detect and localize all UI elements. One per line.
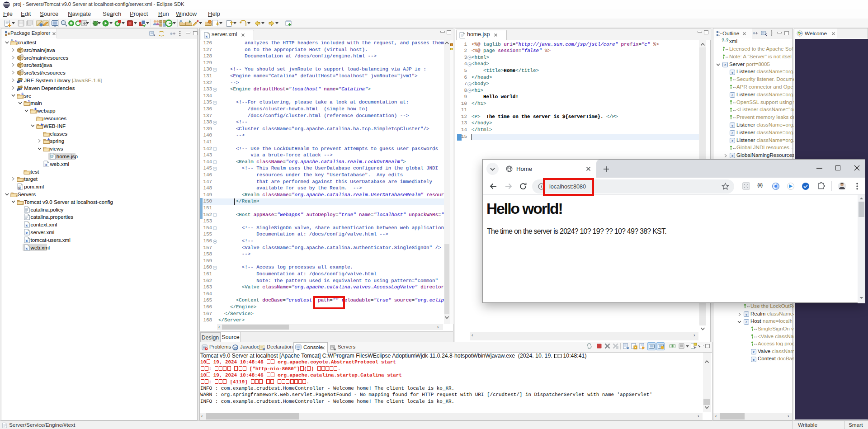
svg-text:e: e [745,312,747,316]
svg-text:@: @ [233,346,237,350]
svg-text:e: e [731,131,733,135]
svg-text:M: M [19,187,21,189]
svg-text:e: e [753,350,755,354]
svg-text:e: e [731,139,733,143]
svg-text:e: e [745,320,747,324]
svg-text:e: e [753,358,755,362]
svg-text:e: e [731,154,733,158]
svg-text:e: e [731,123,733,127]
svg-text:S: S [28,99,30,103]
svg-text:e: e [724,63,726,67]
svg-text:S: S [15,39,18,42]
svg-text:S: S [21,92,24,95]
svg-text:e: e [731,93,733,97]
svg-text:e: e [731,71,733,75]
